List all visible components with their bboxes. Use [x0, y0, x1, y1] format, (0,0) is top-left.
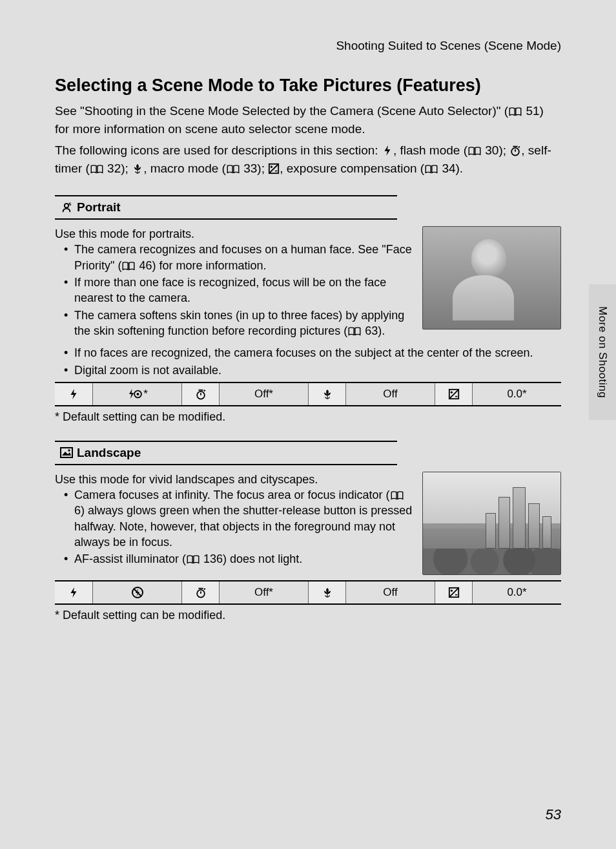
book-icon [347, 327, 362, 336]
portrait-b1b: ) for more information. [152, 259, 266, 272]
intro-p2a: The following icons are used for descrip… [55, 143, 382, 157]
macro-icon [322, 388, 333, 400]
cell-timer-value: Off* [219, 383, 308, 405]
cell-exp-value: 0.0* [472, 582, 561, 603]
intro-text: See "Shooting in the Scene Mode Selected… [55, 102, 561, 177]
cell-exp-icon [435, 383, 472, 405]
flash-icon [382, 145, 393, 156]
portrait-b3-ref: 63 [365, 324, 378, 337]
portrait-header: Portrait [55, 195, 397, 220]
landscape-footnote: * Default setting can be modified. [55, 609, 561, 622]
macro-icon [322, 587, 333, 598]
landscape-b1-ref: 6 [74, 504, 81, 517]
exposure-comp-icon [448, 388, 460, 400]
flash-icon [68, 587, 79, 598]
landscape-block: Landscape Use this mode for vivid landsc… [55, 441, 561, 622]
book-icon [390, 491, 404, 500]
portrait-sample-image [422, 226, 561, 330]
section-title: Selecting a Scene Mode to Take Pictures … [55, 76, 561, 96]
landscape-icon [60, 447, 73, 459]
macro-icon [132, 163, 143, 174]
landscape-bullet-2: AF-assist illuminator ( 136) does not li… [74, 551, 413, 567]
exposure-comp-icon [448, 587, 460, 598]
cell-exp-value: 0.0* [472, 383, 561, 405]
cell-timer-icon [181, 582, 219, 603]
landscape-bullet-1: Camera focuses at infinity. The focus ar… [74, 487, 413, 550]
landscape-b1a: Camera focuses at infinity. The focus ar… [74, 488, 390, 501]
selftimer-icon [509, 145, 521, 156]
exposure-comp-icon [268, 163, 280, 174]
portrait-b3b: ). [378, 324, 385, 337]
book-icon [508, 107, 522, 116]
landscape-header: Landscape [55, 441, 397, 465]
cell-flash-icon [55, 383, 92, 405]
landscape-sample-image [422, 472, 561, 575]
portrait-b1-ref: 46 [139, 259, 152, 272]
page-number: 53 [546, 806, 561, 823]
side-tab: More on Shooting [589, 284, 616, 420]
cell-macro-value: Off [345, 383, 435, 405]
portrait-flash-val: * [143, 388, 148, 401]
portrait-settings-table: * Off* Off 0.0* [55, 382, 561, 406]
book-icon [226, 165, 240, 174]
book-icon [90, 165, 104, 174]
portrait-bullet-4: If no faces are recognized, the camera f… [74, 345, 561, 361]
cell-flash-value: * [92, 383, 181, 405]
intro-p2e: ). [456, 162, 464, 175]
cell-timer-value: Off* [219, 582, 308, 603]
intro-ref-32: 32 [107, 162, 121, 175]
landscape-settings-table: Off* Off 0.0* [55, 580, 561, 605]
flash-icon [68, 388, 79, 400]
landscape-heading-text: Landscape [77, 446, 141, 460]
intro-ref-34: 34 [442, 162, 455, 175]
portrait-bullet-3: The camera softens skin tones (in up to … [74, 308, 413, 339]
book-icon [121, 262, 136, 271]
landscape-b2a: AF-assist illuminator ( [74, 552, 186, 565]
redeye-flash-icon [127, 388, 143, 400]
flash-off-icon [131, 586, 144, 599]
landscape-b2-ref: 136 [203, 552, 223, 565]
intro-p2c: ); [121, 162, 132, 175]
portrait-heading-text: Portrait [77, 200, 121, 215]
intro-p2b: ); [498, 143, 509, 157]
intro-p2d: ); [257, 162, 268, 175]
cell-flash-value [92, 582, 181, 603]
intro-p1a: See "Shooting in the Scene Mode Selected… [55, 104, 508, 118]
book-icon [424, 165, 438, 174]
selftimer-icon [195, 587, 207, 598]
portrait-bullet-2: If more than one face is recognized, foc… [74, 275, 413, 306]
landscape-desc: Use this mode for vivid landscapes and c… [55, 472, 413, 487]
intro-ref-33: 33 [243, 162, 257, 175]
selftimer-icon [195, 388, 207, 400]
landscape-b1b: ) always glows green when the shutter-re… [74, 504, 412, 549]
intro-flash-txt: , flash mode ( [393, 143, 467, 157]
side-tab-label: More on Shooting [596, 306, 609, 398]
breadcrumb: Shooting Suited to Scenes (Scene Mode) [55, 39, 561, 53]
intro-ref-30: 30 [485, 143, 498, 157]
portrait-desc: Use this mode for portraits. [55, 226, 413, 242]
book-icon [467, 147, 482, 156]
cell-macro-icon [308, 582, 345, 603]
landscape-b2b: ) does not light. [223, 552, 302, 565]
portrait-bullet-1: The camera recognizes and focuses on a h… [74, 242, 413, 273]
cell-timer-icon [181, 383, 219, 405]
book-icon [186, 555, 200, 564]
cell-flash-icon [55, 582, 92, 603]
intro-ref-51: 51 [526, 104, 539, 118]
portrait-icon [60, 202, 73, 213]
cell-macro-icon [308, 383, 345, 405]
portrait-bullet-5: Digital zoom is not available. [74, 362, 561, 378]
intro-macro-txt: , macro mode ( [143, 162, 226, 175]
cell-macro-value: Off [345, 582, 435, 603]
portrait-footnote: * Default setting can be modified. [55, 410, 561, 424]
portrait-block: Portrait Use this mode for portraits. Th… [55, 195, 561, 424]
intro-exp-txt: , exposure compensation ( [280, 162, 424, 175]
cell-exp-icon [435, 582, 472, 603]
